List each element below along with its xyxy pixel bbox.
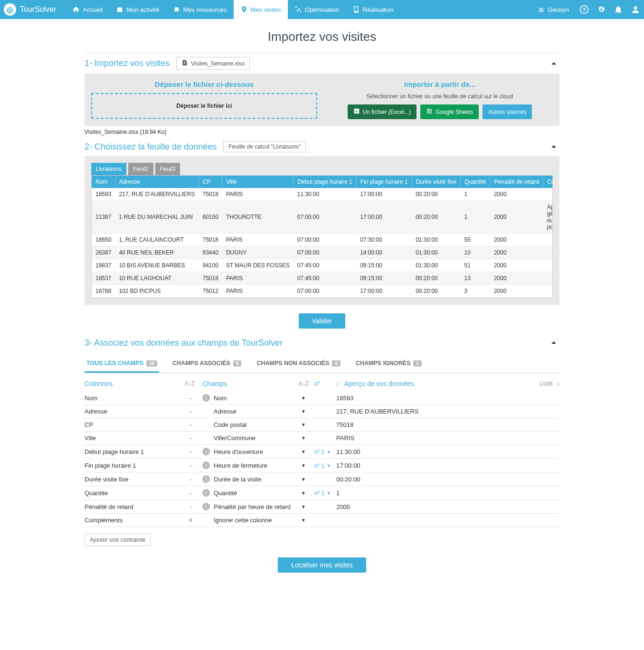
num-select[interactable]: n° 1 ▼ bbox=[314, 449, 331, 455]
chevron-right-icon[interactable]: › bbox=[557, 380, 559, 387]
step2-header: 2- Choisissez la feuille de données Feui… bbox=[85, 137, 559, 156]
table-cell bbox=[543, 234, 553, 246]
btn-localiser[interactable]: Localiser mes visites bbox=[278, 557, 366, 573]
field-select[interactable]: i Nom ▼ bbox=[202, 394, 309, 402]
nav-mes-visites[interactable]: Mes visites bbox=[234, 0, 288, 19]
table-cell: 75018 bbox=[199, 188, 222, 201]
dropdown-caret-icon: ▼ bbox=[301, 477, 309, 482]
help-icon[interactable]: ? bbox=[579, 5, 589, 14]
sheet-tab-feuil3[interactable]: Feuil3 bbox=[155, 163, 180, 175]
src-col-label: CP bbox=[85, 421, 93, 428]
col-header[interactable]: Debut plage horaire 1 bbox=[294, 176, 356, 188]
btn-sheets[interactable]: Google Sheets bbox=[420, 104, 479, 119]
field-select[interactable]: Adresse ▼ bbox=[202, 408, 309, 415]
assoc-tab-champs-ignorés[interactable]: CHAMPS IGNORÉS1 bbox=[354, 355, 424, 373]
table-cell: 10 BIS AVENUE BARBES bbox=[115, 259, 199, 272]
src-col-label: Adresse bbox=[85, 408, 107, 415]
table-cell: 1 bbox=[461, 201, 490, 234]
table-row[interactable]: 18593217, RUE D'AUBERVILLIERS75018PARIS1… bbox=[92, 188, 553, 201]
num-select[interactable]: n° 1 ▼ bbox=[314, 490, 331, 497]
sort-az-icon-2[interactable]: A↓Z bbox=[299, 380, 309, 387]
field-select[interactable]: Code postal ▼ bbox=[202, 421, 309, 428]
arrow-right-icon: → bbox=[186, 421, 195, 428]
hdr-num: n° bbox=[314, 380, 321, 387]
col-header[interactable]: Fin plage horaire 1 bbox=[356, 176, 412, 188]
col-header[interactable]: Ville bbox=[222, 176, 294, 188]
assoc-tab-tous-les-champs[interactable]: TOUS LES CHAMPS10 bbox=[85, 355, 159, 373]
col-header[interactable]: Durée visite fixe bbox=[412, 176, 460, 188]
table-cell: PARIS bbox=[222, 285, 294, 298]
arrow-right-icon: → bbox=[186, 434, 195, 442]
home-icon bbox=[72, 6, 80, 13]
nav-label: Mes visites bbox=[251, 6, 281, 13]
field-label: Ville/Commune bbox=[214, 434, 299, 442]
table-cell: 2000 bbox=[490, 285, 543, 298]
table-cell: 18537 bbox=[92, 272, 115, 285]
col-header[interactable]: Pénalité de retard bbox=[490, 176, 543, 188]
info-icon[interactable]: i bbox=[202, 489, 210, 497]
assoc-tab-champs-associés[interactable]: CHAMPS ASSOCIÉS9 bbox=[170, 355, 243, 373]
assoc-tab-champs-non-associés[interactable]: CHAMPS NON ASSOCIÉS0 bbox=[255, 355, 342, 373]
nav-mon-activité[interactable]: Mon activité bbox=[109, 0, 166, 19]
info-icon[interactable]: i bbox=[202, 394, 210, 402]
chevron-left-icon[interactable]: ‹ bbox=[336, 380, 339, 387]
sheet-tab-feuil2[interactable]: Feuil2 bbox=[128, 163, 153, 175]
table-row[interactable]: 186501, RUE CAULAINCOURT75018PARIS07:00:… bbox=[92, 234, 553, 246]
arrow-right-icon: → bbox=[186, 462, 195, 469]
info-icon[interactable]: i bbox=[202, 475, 210, 483]
table-row[interactable]: 1883710 BIS AVENUE BARBES94100ST MAUR DE… bbox=[92, 259, 553, 272]
field-select[interactable]: i Quantité ▼ bbox=[202, 489, 309, 497]
col-header[interactable]: CP bbox=[199, 176, 222, 188]
table-cell: 18768 bbox=[92, 285, 115, 298]
hdr-colonnes: Colonnes bbox=[85, 380, 113, 387]
field-select[interactable]: i Durée de la visite ▼ bbox=[202, 475, 309, 483]
table-row[interactable]: 2638740 RUE NEIL BEKER93440DUGNY07:00:00… bbox=[92, 246, 553, 259]
nav-mes-ressources[interactable]: Mes ressources bbox=[166, 0, 234, 19]
field-select[interactable]: i Heure de fermeture ▼ bbox=[202, 462, 309, 469]
table-row[interactable]: 18768102 BD PICPUS75012PARIS07:00:0017:0… bbox=[92, 285, 553, 298]
nav-accueil[interactable]: Accueil bbox=[66, 0, 109, 19]
field-select[interactable]: i Heure d'ouverture ▼ bbox=[202, 448, 309, 455]
table-cell: 01:30:00 bbox=[412, 234, 460, 246]
nav-gestion[interactable]: ⊞ Gestion bbox=[534, 0, 572, 19]
table-cell: 01:30:00 bbox=[412, 246, 460, 259]
bell-icon[interactable] bbox=[614, 5, 623, 14]
col-header[interactable]: Compléments bbox=[543, 176, 553, 188]
sort-az-icon[interactable]: A↓Z bbox=[185, 380, 195, 387]
step2-collapse[interactable] bbox=[548, 141, 559, 152]
btn-add-constraint[interactable]: Ajouter une contrainte bbox=[85, 534, 151, 546]
table-cell: 1 bbox=[461, 188, 490, 201]
num-select[interactable]: n° 1 ▼ bbox=[314, 462, 331, 469]
dropzone[interactable]: Déposer le fichier ici bbox=[91, 93, 317, 119]
wand-icon bbox=[294, 6, 302, 13]
table-cell: 07:00:00 bbox=[294, 285, 356, 298]
table-cell: 60150 bbox=[199, 201, 222, 234]
step3-collapse[interactable] bbox=[548, 337, 559, 349]
nav-optimisation[interactable]: Optimisation bbox=[288, 0, 346, 19]
field-select[interactable]: i Pénalité par heure de retard ▼ bbox=[202, 503, 309, 510]
col-header[interactable]: Adresse bbox=[115, 176, 199, 188]
field-label: Heure d'ouverture bbox=[214, 448, 299, 455]
nav-réalisation[interactable]: Réalisation bbox=[346, 0, 400, 19]
dropzone-label: Déposer le fichier ici bbox=[176, 103, 232, 109]
table-cell: 07:00:00 bbox=[294, 201, 356, 234]
sheet-tab-livraisons[interactable]: Livraisons bbox=[91, 163, 126, 175]
table-row[interactable]: 213871 RUE DU MARECHAL JUIN60150THOUROTT… bbox=[92, 201, 553, 234]
data-table-wrap[interactable]: NomAdresseCPVilleDebut plage horaire 1Fi… bbox=[91, 175, 553, 298]
step1-collapse[interactable] bbox=[548, 58, 559, 69]
info-icon[interactable]: i bbox=[202, 448, 210, 455]
btn-excel[interactable]: Un fichier (Excel...) bbox=[348, 104, 417, 119]
btn-valider[interactable]: Valider bbox=[299, 313, 346, 329]
col-header[interactable]: Quantite bbox=[461, 176, 490, 188]
field-select[interactable]: Ville/Commune ▼ bbox=[202, 434, 309, 442]
col-header[interactable]: Nom bbox=[92, 176, 115, 188]
gear-icon[interactable] bbox=[597, 5, 606, 14]
table-row[interactable]: 1853710 RUE LAGHOUAT75018PARIS07:45:0009… bbox=[92, 272, 553, 285]
field-select[interactable]: Ignorer cette colonne ▼ bbox=[202, 517, 309, 524]
table-cell: 17:00:00 bbox=[356, 188, 412, 201]
info-icon[interactable]: i bbox=[202, 503, 210, 510]
map-row: Ville → Ville/Commune ▼ PARIS bbox=[85, 432, 559, 445]
user-icon[interactable] bbox=[631, 5, 640, 14]
btn-other-sources[interactable]: Autres sources bbox=[483, 104, 532, 119]
info-icon[interactable]: i bbox=[202, 462, 210, 469]
